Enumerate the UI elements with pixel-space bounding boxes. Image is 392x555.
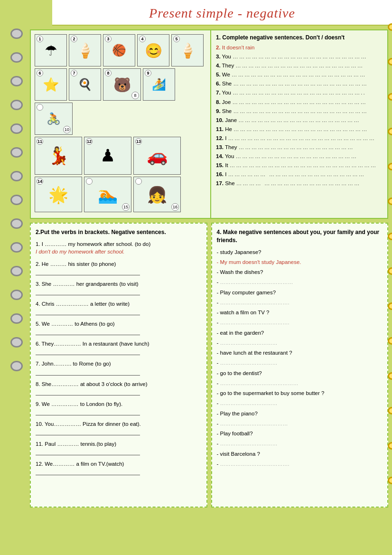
picture-row-3: 11 💃 12 ♟ 13 🚗 — [35, 137, 206, 175]
ring-3 — [10, 76, 23, 86]
s4-item-4: - …………………………………… — [217, 278, 383, 286]
s4-item-20: - …………………………… — [217, 440, 383, 448]
picture-3: 3 🏀 — [103, 34, 135, 66]
s4-item-1: - study Japanese? — [217, 248, 383, 256]
picture-4: 4 😊 — [137, 34, 169, 66]
exercise-item-12: 12. We………… a film on TV.(watch) — [36, 460, 202, 475]
s4-item-21: - visit Barcelona ? — [217, 450, 383, 458]
sentences-panel: 1. Complete negative sentences. Don't / … — [211, 30, 387, 218]
exercise-item-8: 8. She…………… at about 3 o'clock (to arriv… — [36, 380, 202, 395]
s4-item-2: - My mum doesn't study Japanese. — [217, 258, 383, 266]
yellow-ring-14 — [388, 477, 392, 484]
picture-row-2: 6 ⭐ 7 🍳 8 🐻 8 9 🏄 🚴 — [35, 68, 206, 135]
spiral-binding — [10, 28, 25, 371]
page-wrapper: Present simple - negative 1 ☂ — [26, 0, 392, 508]
ring-4 — [10, 100, 23, 110]
sentence-10: 10. Jane ………………………………………………… — [216, 116, 383, 124]
section4: 4. Make negative sentences about you, yo… — [211, 223, 389, 508]
ring-12 — [10, 290, 23, 300]
yellow-ring-2 — [388, 58, 392, 66]
ring-11 — [10, 266, 23, 276]
s4-item-22: - …………………………………. — [217, 460, 383, 468]
connector-strip-right — [387, 0, 392, 508]
yellow-ring-11 — [388, 372, 392, 380]
ring-6 — [10, 147, 23, 158]
exercise-item-7: 7. John………. to Rome (to go) — [36, 360, 202, 375]
picture-8: 8 🐻 8 — [103, 68, 141, 101]
picture-7: 7 🍳 — [69, 68, 101, 101]
yellow-ring-10 — [388, 337, 392, 345]
sentence-8: 8. Joe ……………………………………………………… — [216, 98, 383, 106]
section4-heading: 4. Make negative sentences about you, yo… — [217, 228, 383, 245]
sentence-6: 6. She ……………………………………………………… — [216, 80, 383, 87]
exercise-item-3: 3. She ………… her grandparents (to visit) — [36, 280, 202, 295]
section2: 2.Put the verbs in brackets. Negative se… — [30, 223, 207, 508]
exercise-item-5: 5. We ………… to Athens (to go) — [36, 320, 202, 335]
ring-10 — [10, 242, 23, 253]
picture-row-1: 1 ☂ 2 🍦 3 🏀 4 😊 5 🍦 — [35, 34, 206, 66]
s4-item-16: - …………………………… — [217, 399, 383, 407]
s4-item-17: - Play the piano? — [217, 410, 383, 418]
yellow-ring-12 — [388, 407, 392, 414]
ring-8 — [10, 195, 23, 205]
s4-item-7: - watch a film on TV ? — [217, 309, 383, 317]
title-bar: Present simple - negative — [52, 0, 392, 26]
bottom-sections: 2.Put the verbs in brackets. Negative se… — [30, 223, 388, 508]
section1-title: 1. Complete negative sentences. Don't / … — [216, 34, 383, 41]
picture-6: 6 ⭐ — [35, 68, 67, 101]
picture-12: 12 ♟ — [84, 137, 131, 175]
ring-14 — [10, 337, 23, 348]
picture-1: 1 ☂ — [35, 34, 67, 66]
sentence-3: 3. You ……………………………………………………… — [216, 53, 383, 60]
picture-13: 13 🚗 — [133, 137, 181, 175]
ring-5 — [10, 123, 23, 134]
page-title: Present simple - negative — [149, 6, 295, 20]
s4-item-10: - …………………………… — [217, 339, 383, 347]
exercise-item-6: 6. They…………… In a restaurant (have lunch… — [36, 340, 202, 355]
yellow-ring-1 — [388, 23, 392, 31]
s4-item-18: - ………………………………… — [217, 420, 383, 428]
s4-item-5: - Play computer games? — [217, 289, 383, 297]
ring-9 — [10, 218, 23, 229]
exercise-item-10: 10. You…………… Pizza for dinner (to eat). — [36, 420, 202, 435]
picture-grid: 1 ☂ 2 🍦 3 🏀 4 😊 5 🍦 — [31, 30, 211, 218]
sentence-13: 13. They ……………………………………………… — [216, 143, 383, 151]
exercise-item-9: 9. We …………… to London (to fly). — [36, 400, 202, 415]
sentence-11: 11. He ……………………………………………………… — [216, 125, 383, 133]
yellow-ring-13 — [388, 442, 392, 450]
sentence-17: 17. She ………… ……………………………………… — [216, 179, 383, 187]
s4-item-14: - ……………………………………… — [217, 379, 383, 387]
exercise-item-11: 11. Paul ………… tennis.(to play) — [36, 440, 202, 455]
picture-9: 9 🏄 — [143, 68, 175, 101]
exercise-item-2: 2. He ……… his sister (to phone) — [36, 260, 202, 275]
picture-14: 14 🌟 — [35, 177, 82, 212]
sentence-14: 14. You ………………………………………………… — [216, 152, 383, 160]
s4-item-9: - eat in the garden? — [217, 329, 383, 337]
s4-item-6: - …………………………………. — [217, 299, 383, 307]
yellow-ring-7 — [388, 233, 392, 240]
ring-7 — [10, 171, 23, 181]
sentence-12: 12. I …………………………………………………………… — [216, 134, 383, 142]
ring-15 — [10, 361, 23, 371]
yellow-ring-4 — [388, 128, 392, 135]
picture-16: 👧 16 — [133, 177, 181, 212]
sentence-example: 2. It doesn't rain — [216, 44, 383, 51]
s4-item-13: - go to the dentist? — [217, 369, 383, 377]
yellow-ring-8 — [388, 267, 392, 275]
picture-10: 🚴 10 — [35, 103, 73, 135]
yellow-ring-5 — [388, 163, 392, 170]
section1: 1 ☂ 2 🍦 3 🏀 4 😊 5 🍦 — [30, 29, 388, 219]
yellow-ring-3 — [388, 93, 392, 101]
exercise-item-4: 4. Chris ……………… a letter (to write) — [36, 300, 202, 315]
sentence-4: 4. They …………………………………………………… — [216, 62, 383, 69]
s4-item-19: - Play football? — [217, 430, 383, 438]
s4-item-12: - …………………………… — [217, 359, 383, 367]
section2-heading: 2.Put the verbs in brackets. Negative se… — [36, 228, 202, 236]
s4-item-11: - have lunch at the restaurant ? — [217, 349, 383, 357]
ring-1 — [10, 28, 23, 39]
exercise-item-1: 1. I ………… my homework after school. (to … — [36, 240, 202, 255]
picture-5: 5 🍦 — [171, 34, 204, 66]
picture-2: 2 🍦 — [69, 34, 101, 66]
sentence-7: 7. You …………………………………………………….. — [216, 89, 383, 96]
picture-15: 🏊 15 — [84, 177, 131, 212]
